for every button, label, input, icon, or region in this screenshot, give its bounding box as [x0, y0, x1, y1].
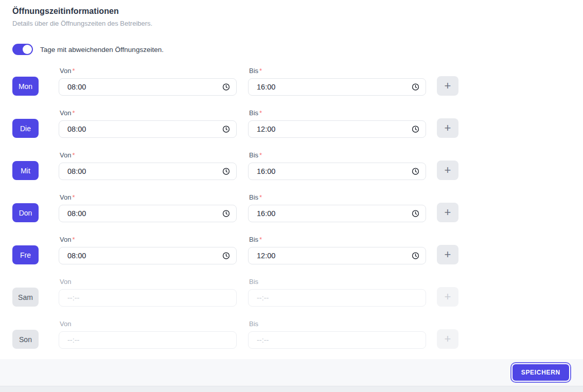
add-time-range-button[interactable]: + [437, 76, 458, 96]
add-time-range-button[interactable]: + [437, 118, 458, 138]
required-asterisk: * [259, 236, 262, 243]
bis-input-wrap [248, 205, 426, 222]
bis-input-wrap [248, 163, 426, 180]
von-input-wrap [59, 247, 237, 264]
von-time-input[interactable] [59, 120, 237, 138]
day-row-mon: Mon Von* Bis* + [0, 67, 583, 96]
bis-label: Bis [249, 320, 426, 328]
bis-input-wrap [248, 331, 426, 349]
bis-time-input[interactable] [248, 120, 426, 138]
bis-input-wrap [248, 120, 426, 138]
von-field: Von* [59, 110, 237, 138]
required-asterisk: * [72, 236, 75, 243]
day-badge[interactable]: Fre [12, 245, 39, 264]
clock-icon[interactable] [222, 210, 230, 218]
footer-bar: SPEICHERN [0, 359, 583, 386]
days-list: Mon Von* Bis* + Die [0, 67, 583, 349]
plus-icon: + [445, 333, 451, 345]
day-row-fre: Fre Von* Bis* + [0, 236, 583, 264]
clock-icon[interactable] [412, 126, 419, 133]
add-time-range-button[interactable]: + [437, 161, 458, 180]
von-input-wrap [59, 163, 237, 180]
plus-icon: + [445, 165, 451, 176]
page-subtitle: Details über die Öffnungszeiten des Betr… [12, 20, 583, 28]
add-time-range-button: + [437, 287, 458, 307]
day-badge[interactable]: Don [12, 203, 39, 222]
different-days-toggle-row: Tage mit abweichenden Öffnungszeiten. [12, 44, 583, 55]
plus-icon: + [445, 207, 451, 218]
von-field: Von* [59, 152, 237, 180]
von-input-wrap [59, 289, 237, 307]
bis-label: Bis* [249, 194, 426, 201]
day-badge[interactable]: Die [12, 119, 39, 138]
bis-field: Bis* [248, 110, 426, 138]
bis-time-input[interactable] [248, 205, 426, 222]
von-time-input[interactable] [59, 163, 237, 180]
bis-time-input[interactable] [248, 78, 426, 96]
save-button[interactable]: SPEICHERN [513, 364, 569, 381]
plus-icon: + [445, 249, 451, 260]
day-badge[interactable]: Mon [12, 77, 39, 96]
plus-icon: + [445, 291, 451, 302]
bis-time-input[interactable] [248, 247, 426, 264]
von-label: Von* [60, 110, 237, 117]
von-field: Von [59, 278, 237, 307]
add-time-range-button: + [437, 329, 458, 349]
clock-icon[interactable] [412, 210, 419, 218]
clock-icon[interactable] [222, 168, 230, 175]
clock-icon[interactable] [412, 252, 419, 260]
day-badge[interactable]: Son [12, 330, 39, 349]
bis-field: Bis* [248, 152, 426, 180]
von-input-wrap [59, 78, 237, 96]
different-days-toggle[interactable] [12, 44, 33, 55]
day-badge[interactable]: Mit [12, 161, 39, 180]
page-title: Öffnungszeitinformationen [12, 6, 583, 16]
add-time-range-button[interactable]: + [437, 245, 458, 264]
day-row-son: Son Von Bis + [0, 320, 583, 349]
von-input-wrap [59, 331, 237, 349]
von-label: Von [60, 320, 237, 328]
von-input-wrap [59, 205, 237, 222]
bis-field: Bis* [248, 194, 426, 222]
page-header: Öffnungszeitinformationen Details über d… [0, 0, 583, 28]
von-time-input[interactable] [59, 78, 237, 96]
von-time-input[interactable] [59, 205, 237, 222]
bis-time-input[interactable] [248, 163, 426, 180]
von-label: Von* [60, 152, 237, 159]
day-row-sam: Sam Von Bis + [0, 278, 583, 307]
von-field: Von* [59, 194, 237, 222]
clock-icon[interactable] [222, 126, 230, 133]
required-asterisk: * [72, 151, 75, 159]
von-field: Von* [59, 236, 237, 264]
bis-time-input [248, 289, 426, 307]
bis-input-wrap [248, 289, 426, 307]
bottom-strip [0, 386, 583, 392]
required-asterisk: * [72, 109, 75, 117]
von-field: Von [59, 320, 237, 349]
bis-label: Bis* [249, 110, 426, 117]
plus-icon: + [445, 122, 451, 134]
toggle-knob-icon [23, 45, 32, 54]
von-field: Von* [59, 67, 237, 96]
bis-field: Bis* [248, 236, 426, 264]
von-label: Von* [60, 194, 237, 201]
clock-icon[interactable] [412, 168, 419, 175]
add-time-range-button[interactable]: + [437, 203, 458, 222]
clock-icon[interactable] [222, 83, 230, 91]
day-badge[interactable]: Sam [12, 288, 39, 307]
von-label: Von* [60, 236, 237, 243]
von-time-input[interactable] [59, 247, 237, 264]
von-time-input [59, 331, 237, 349]
von-label: Von [60, 278, 237, 286]
day-row-don: Don Von* Bis* + [0, 194, 583, 222]
clock-icon[interactable] [412, 83, 419, 91]
bis-field: Bis* [248, 67, 426, 96]
clock-icon[interactable] [222, 252, 230, 260]
required-asterisk: * [72, 193, 75, 201]
required-asterisk: * [259, 67, 262, 75]
von-input-wrap [59, 120, 237, 138]
bis-time-input [248, 331, 426, 349]
required-asterisk: * [72, 67, 75, 75]
von-time-input [59, 289, 237, 307]
day-row-die: Die Von* Bis* + [0, 110, 583, 138]
